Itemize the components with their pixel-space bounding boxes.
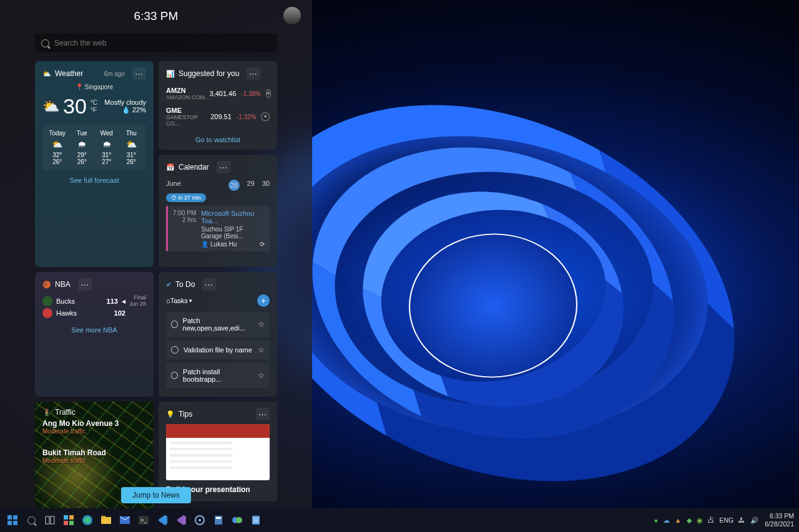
visualstudio-icon[interactable] (174, 513, 189, 528)
more-icon[interactable]: ⋯ (217, 161, 230, 173)
countdown-chip: ⏱ in 27 min (166, 193, 206, 202)
app-icon[interactable] (230, 513, 245, 528)
road-name: Bukit Timah Road (42, 448, 146, 457)
jump-to-news-button[interactable]: Jump to News (121, 487, 191, 503)
search-bar[interactable] (35, 34, 277, 52)
star-icon[interactable]: ☆ (258, 346, 265, 354)
weather-ago: 6m ago (104, 70, 125, 77)
svg-rect-20 (216, 517, 221, 519)
weather-widget[interactable]: ⛅ Weather 6m ago ⋯ 📍 Singapore ⛅ 30 °C°F… (35, 61, 154, 267)
add-icon[interactable]: + (266, 89, 271, 98)
svg-rect-3 (13, 521, 17, 525)
more-icon[interactable]: ⋯ (256, 408, 270, 420)
search-icon (41, 39, 49, 47)
stock-row[interactable]: AMZNAMAZON.COM... 3,401.46 -1.38% + (166, 84, 270, 104)
calendar-date[interactable]: 29 (247, 180, 255, 191)
task-checkbox[interactable] (171, 346, 179, 354)
tray-network-icon[interactable]: 🖧 (738, 516, 745, 524)
stocks-title: Suggested for you (179, 69, 239, 78)
notepad-icon[interactable] (248, 513, 263, 528)
task-item[interactable]: Patch install bootstrapp...☆ (166, 363, 270, 388)
mail-icon[interactable] (117, 513, 132, 528)
star-icon[interactable]: ☆ (258, 371, 265, 380)
calendar-event[interactable]: 7:00 PM2 hrs Microsoft Suzhou Toa... Suz… (166, 206, 270, 251)
tray-lang[interactable]: ENG (720, 516, 734, 524)
calendar-widget[interactable]: 📅 Calendar ⋯ June 28 29 30 ⏱ in 27 min 7… (159, 155, 277, 267)
tray-app-icon[interactable]: ◆ (687, 516, 692, 524)
traffic-icon: 🚦 (42, 409, 51, 417)
add-task-button[interactable]: + (257, 294, 270, 307)
tips-image (166, 424, 270, 480)
chevron-down-icon[interactable]: ▾ (189, 297, 192, 304)
tray-wechat-icon[interactable]: ● (654, 516, 658, 524)
task-view-button[interactable] (42, 513, 57, 528)
tray-ime-icon[interactable]: 占 (708, 516, 715, 525)
svg-rect-1 (13, 515, 17, 520)
more-icon[interactable]: ⋯ (78, 278, 92, 291)
see-nba-link[interactable]: See more NBA (42, 326, 146, 334)
settings-icon[interactable] (192, 513, 207, 528)
tray-onedrive-icon[interactable]: ☁ (663, 516, 670, 524)
bulb-icon: 💡 (166, 410, 175, 418)
task-item[interactable]: Patch new,open,save,edi...☆ (166, 312, 270, 337)
svg-rect-12 (101, 517, 111, 524)
refresh-icon[interactable]: ⟳ (260, 241, 265, 248)
tips-widget[interactable]: 💡 Tips ⋯ Build your presentation skills (159, 402, 277, 501)
stock-row[interactable]: GMEGAMESTOP CO... 209.51 -1.32% + (166, 104, 270, 130)
cloud-icon: ⛅ (42, 99, 59, 115)
todo-list-name[interactable]: Tasks (170, 297, 188, 304)
widgets-button[interactable] (61, 513, 76, 528)
weather-temp: 30 (63, 94, 87, 118)
tray-clock[interactable]: 6:33 PM6/28/2021 (765, 512, 794, 528)
svg-rect-13 (101, 516, 105, 518)
more-icon[interactable]: ⋯ (247, 67, 260, 80)
explorer-icon[interactable] (99, 513, 114, 528)
taskbar: >_ ● ☁ ▲ ◆ ◉ 占 ENG 🖧 🔊 6:33 PM6/28/2021 (0, 508, 799, 532)
weather-cond: Mostly cloudy (104, 99, 146, 106)
edge-icon[interactable] (80, 513, 95, 528)
see-forecast-link[interactable]: See full forecast (42, 177, 146, 184)
svg-rect-4 (46, 516, 49, 524)
search-button[interactable] (24, 513, 39, 528)
svg-rect-6 (64, 515, 68, 520)
star-icon[interactable]: ☆ (258, 320, 265, 329)
basketball-icon: 🏀 (42, 281, 51, 289)
calendar-date[interactable]: 30 (262, 180, 270, 191)
svg-point-18 (199, 519, 201, 521)
start-button[interactable] (5, 513, 20, 528)
svg-rect-2 (7, 521, 12, 525)
terminal-icon[interactable]: >_ (136, 513, 151, 528)
check-icon: ✔ (166, 281, 172, 289)
stocks-widget[interactable]: 📊 Suggested for you ⋯ AMZNAMAZON.COM... … (159, 61, 277, 150)
svg-rect-0 (7, 515, 12, 520)
chart-icon: 📊 (166, 70, 175, 78)
svg-text:>_: >_ (140, 517, 147, 523)
todo-widget[interactable]: ✔ To Do ⋯ ⌂ Tasks▾ + Patch new,open,save… (159, 272, 277, 397)
road-name: Ang Mo Kio Avenue 3 (42, 419, 146, 428)
vscode-icon[interactable] (155, 513, 170, 528)
weather-location: Singapore (85, 84, 114, 90)
svg-point-11 (84, 517, 91, 523)
add-icon[interactable]: + (261, 112, 270, 121)
calendar-icon: 📅 (166, 163, 175, 172)
task-checkbox[interactable] (171, 372, 178, 379)
calculator-icon[interactable] (211, 513, 226, 528)
svg-rect-7 (69, 515, 74, 520)
tray-volume-icon[interactable]: 🔊 (750, 516, 758, 525)
task-item[interactable]: Validation file by name☆ (166, 341, 270, 359)
tray-security-icon[interactable]: ▲ (675, 516, 681, 524)
task-checkbox[interactable] (171, 321, 178, 328)
watchlist-link[interactable]: Go to watchlist (166, 136, 270, 143)
more-icon[interactable]: ⋯ (202, 278, 216, 291)
svg-point-22 (236, 517, 242, 523)
svg-rect-8 (64, 521, 68, 525)
svg-rect-5 (51, 516, 54, 524)
weather-title: Weather (55, 69, 83, 78)
nba-widget[interactable]: 🏀 NBA ⋯ Bucks113◀ Hawks102 FinalJun 28 S… (35, 272, 154, 397)
calendar-date[interactable]: 28 (228, 180, 240, 191)
tray-nvidia-icon[interactable]: ◉ (697, 516, 703, 524)
search-input[interactable] (54, 39, 271, 47)
user-avatar[interactable] (283, 7, 301, 24)
panel-time: 6:33 PM (134, 9, 179, 23)
more-icon[interactable]: ⋯ (132, 67, 146, 80)
